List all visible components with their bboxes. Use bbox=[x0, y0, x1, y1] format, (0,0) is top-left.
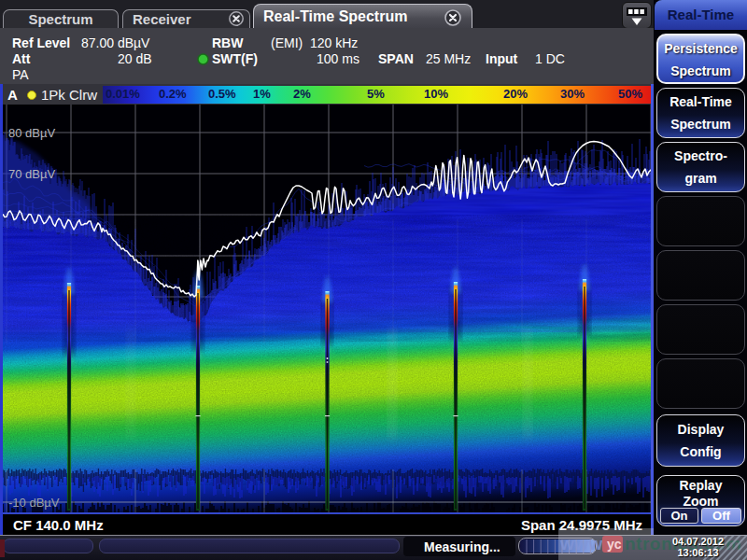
svg-text:70 dBµV: 70 dBµV bbox=[8, 167, 55, 181]
svg-text:80 dBµV: 80 dBµV bbox=[8, 126, 55, 140]
svg-text:-10 dBµV: -10 dBµV bbox=[8, 496, 60, 510]
